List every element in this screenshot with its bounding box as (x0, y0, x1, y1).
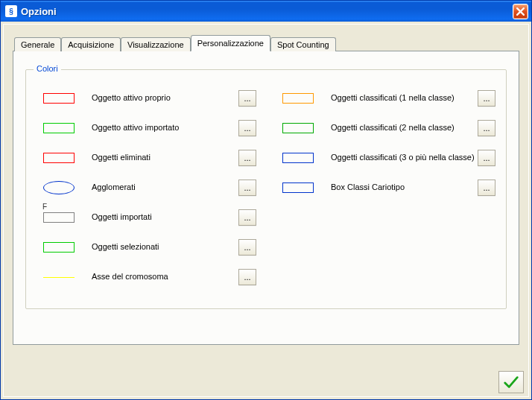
swatch-agglomerati (37, 181, 81, 194)
colors-right-column: Oggetti classificati (1 nella classe) ..… (276, 83, 495, 292)
color-row: Box Classi Cariotipo ... (276, 173, 495, 203)
colors-left-column: Oggetto attivo proprio ... Oggetto attiv… (37, 83, 256, 292)
close-icon (516, 7, 525, 16)
color-label: Oggetto attivo importato (81, 123, 238, 133)
pick-color-button[interactable]: ... (238, 120, 256, 136)
tab-generale[interactable]: Generale (14, 37, 61, 51)
color-row: Oggetti selezionati ... (37, 232, 256, 262)
color-label: Oggetti selezionati (81, 242, 238, 252)
tab-personalizzazione[interactable]: Personalizzazione (191, 35, 270, 51)
color-label: Agglomerati (81, 182, 238, 192)
pick-color-button[interactable]: ... (238, 150, 256, 166)
close-button[interactable] (513, 4, 528, 19)
color-swatch-icon (282, 93, 314, 104)
swatch-oggetti-importati: F (37, 212, 81, 223)
swatch-marker: F (42, 203, 47, 211)
titlebar: § Opzioni (1, 1, 531, 22)
tab-container: Generale Acquisizione Visualizzazione Pe… (13, 35, 519, 345)
swatch-oggetti-eliminati (37, 153, 81, 163)
swatch-oggetti-selezionati (37, 242, 81, 253)
pick-color-button[interactable]: ... (478, 120, 495, 136)
pick-color-button[interactable]: ... (238, 90, 256, 107)
swatch-classificati-1 (276, 93, 320, 104)
pick-color-button[interactable]: ... (238, 239, 256, 255)
color-row: Oggetti eliminati ... (37, 143, 256, 173)
swatch-classificati-3 (276, 153, 320, 163)
tab-spot-counting[interactable]: Spot Counting (270, 37, 336, 51)
color-label: Oggetti importati (81, 212, 238, 222)
color-swatch-icon (43, 153, 75, 163)
window-title: Opzioni (21, 6, 513, 17)
color-row: F Oggetti importati ... (37, 203, 256, 232)
color-row: Oggetti classificati (2 nella classe) ..… (276, 113, 495, 143)
color-row: Oggetti classificati (3 o più nella clas… (276, 143, 495, 173)
pick-color-button[interactable]: ... (238, 269, 256, 285)
checkmark-icon (503, 374, 519, 390)
ok-button[interactable] (498, 371, 524, 393)
swatch-oggetto-attivo-importato (37, 123, 81, 133)
color-label: Oggetto attivo proprio (81, 93, 238, 103)
group-legend: Colori (34, 64, 61, 73)
tab-panel-personalizzazione: Colori Oggetto attivo proprio ... (13, 51, 519, 345)
swatch-box-classi-cariotipo (276, 182, 320, 193)
color-label: Oggetti classificati (1 nella classe) (320, 93, 478, 103)
pick-color-button[interactable]: ... (478, 180, 495, 196)
color-row: Oggetti classificati (1 nella classe) ..… (276, 83, 495, 113)
color-row: Asse del cromosoma ... (37, 262, 256, 292)
swatch-classificati-2 (276, 123, 320, 133)
color-label: Oggetti classificati (3 o più nella clas… (320, 153, 478, 162)
color-swatch-icon (43, 277, 75, 278)
color-swatch-icon (43, 212, 75, 223)
pick-color-button[interactable]: ... (238, 180, 256, 196)
tab-acquisizione[interactable]: Acquisizione (61, 37, 121, 51)
tab-visualizzazione[interactable]: Visualizzazione (121, 37, 191, 51)
swatch-oggetto-attivo-proprio (37, 93, 81, 104)
swatch-asse-cromosoma (37, 277, 81, 278)
color-swatch-icon (282, 123, 314, 133)
color-label: Asse del cromosoma (81, 272, 238, 282)
color-swatch-icon (282, 153, 314, 163)
pick-color-button[interactable]: ... (238, 209, 256, 226)
color-label: Oggetti eliminati (81, 153, 238, 162)
color-swatch-icon (43, 181, 75, 194)
color-row: Oggetto attivo proprio ... (37, 83, 256, 113)
color-swatch-icon (43, 93, 75, 104)
group-colori: Colori Oggetto attivo proprio ... (25, 69, 507, 309)
pick-color-button[interactable]: ... (478, 90, 495, 107)
color-swatch-icon (43, 123, 75, 133)
color-swatch-icon (43, 242, 75, 253)
client-area: Generale Acquisizione Visualizzazione Pe… (1, 22, 531, 399)
color-label: Box Classi Cariotipo (320, 182, 478, 192)
bottom-bar (498, 371, 524, 393)
color-label: Oggetti classificati (2 nella classe) (320, 123, 478, 133)
app-icon: § (5, 5, 17, 17)
colors-grid: Oggetto attivo proprio ... Oggetto attiv… (37, 83, 495, 292)
color-row: Agglomerati ... (37, 173, 256, 203)
options-window: § Opzioni Generale Acquisizione Visualiz… (0, 0, 532, 400)
pick-color-button[interactable]: ... (478, 150, 495, 166)
tab-strip: Generale Acquisizione Visualizzazione Pe… (13, 35, 519, 51)
color-row: Oggetto attivo importato ... (37, 113, 256, 143)
color-swatch-icon (282, 182, 314, 193)
